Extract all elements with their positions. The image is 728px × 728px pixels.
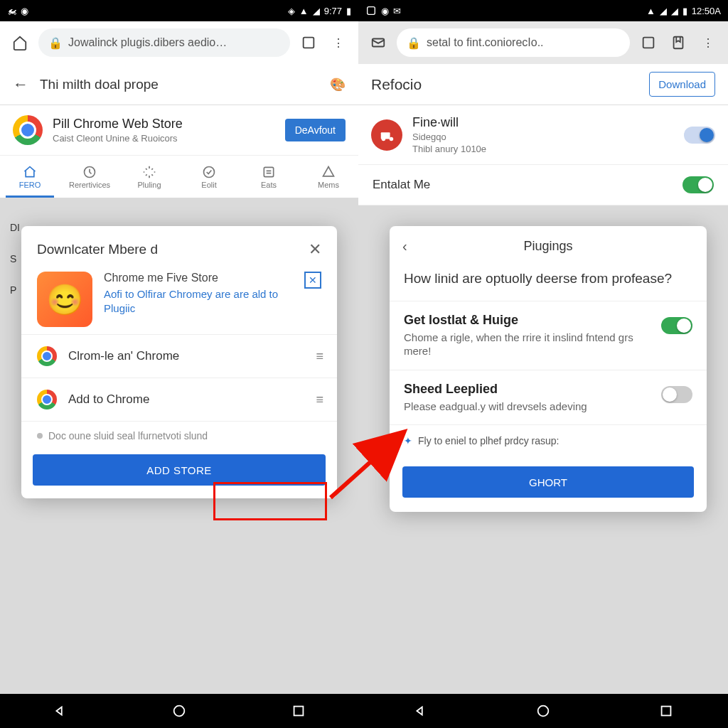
ghort-button[interactable]: GHORT: [402, 466, 694, 498]
system-nav-left: [0, 694, 358, 728]
info-icon: ✦: [404, 435, 412, 446]
menu-icon[interactable]: ⋮: [327, 31, 350, 54]
url-text: Jowalinck plugis.dibers aedio…: [68, 36, 227, 49]
sheet-line2[interactable]: Aofi to Olfirar Chromey are are ald to P…: [104, 287, 293, 315]
menu-icon[interactable]: ⋮: [697, 31, 719, 54]
svg-rect-5: [294, 707, 304, 716]
option-chrome-lean[interactable]: Clrom-le an' Chrome ≡: [21, 334, 337, 378]
page-header-right: Refocio Download: [358, 64, 728, 105]
page-header-left: ← Thi milth doal prope 🎨: [0, 64, 358, 105]
tab-fero[interactable]: FERO: [0, 156, 60, 198]
sheet-title: Piugings: [523, 239, 572, 254]
option-lostlat[interactable]: Get lostlat & Huige Chome a rigle, when …: [390, 301, 707, 370]
store-subtitle: Caist Cleont Unine & Ruoicors: [53, 133, 275, 144]
store-row: Pill Chrome Web Store Caist Cleont Unine…: [0, 105, 358, 156]
tabs-icon[interactable]: [297, 31, 320, 54]
nav-home-icon[interactable]: [535, 703, 551, 719]
mail-icon: ✉: [393, 6, 401, 16]
svg-rect-0: [304, 38, 314, 48]
nav-recents-icon[interactable]: [658, 703, 674, 719]
app-toggle[interactable]: [684, 127, 715, 144]
wifi-icon: ▲: [646, 6, 655, 16]
location-icon: ◈: [288, 6, 295, 16]
store-action-button[interactable]: DeAvfout: [285, 119, 346, 141]
address-bar-right[interactable]: 🔒 setal to fint.coniorecIo..: [397, 28, 630, 57]
app-icon: [371, 119, 402, 151]
bookmark-icon[interactable]: [667, 31, 690, 54]
browser-toolbar-right: 🔒 setal to fint.coniorecIo.. ⋮: [358, 21, 728, 64]
signal-icon: ◢: [660, 6, 667, 16]
nav-home-icon[interactable]: [171, 703, 187, 719]
svg-point-12: [382, 136, 386, 141]
signal-icon: ◢: [671, 6, 678, 16]
close-icon[interactable]: ✕: [309, 240, 321, 259]
address-bar-left[interactable]: 🔒 Jowalinck plugis.dibers aedio…: [38, 28, 290, 57]
store-title: Pill Chrome Web Store: [53, 117, 275, 132]
mail-outline-icon[interactable]: [367, 31, 390, 54]
svg-rect-8: [643, 38, 654, 48]
svg-rect-3: [264, 167, 273, 176]
category-tabs: FERO Rerertivices Pluling Eolit Eats Mem…: [0, 156, 358, 198]
back-arrow-icon[interactable]: ←: [13, 75, 28, 94]
wifi-icon: ▲: [299, 6, 309, 16]
signal-icon: ◢: [313, 6, 320, 16]
option2-toggle[interactable]: [661, 386, 692, 403]
tab-rerertivices[interactable]: Rerertivices: [60, 156, 119, 198]
nav-back-icon[interactable]: [412, 703, 428, 719]
app-sub2: Thibl anury 1010e: [412, 144, 674, 154]
section-letters: DISP: [10, 222, 20, 296]
colorful-icon[interactable]: 🎨: [330, 77, 346, 92]
svg-point-2: [204, 166, 215, 177]
svg-point-4: [174, 706, 185, 717]
status-bar-right: ◉ ✉ ▲ ◢ ◢ ▮ 12:50A: [358, 0, 728, 21]
drag-handle-icon[interactable]: ≡: [316, 349, 321, 364]
drag-handle-icon[interactable]: ≡: [316, 392, 321, 407]
entalat-row[interactable]: Entalat Me: [358, 165, 728, 205]
home-icon[interactable]: [9, 31, 31, 54]
square-icon: [365, 5, 377, 16]
chrome-logo-icon: [13, 115, 43, 145]
svg-rect-14: [662, 707, 671, 716]
motorbike-icon: 🏍: [7, 6, 16, 16]
nav-back-icon[interactable]: [52, 703, 68, 719]
url-text: setal to fint.coniorecIo..: [427, 36, 544, 49]
tab-pluling[interactable]: Pluling: [119, 156, 179, 198]
bullet-icon: [37, 433, 43, 439]
battery-icon: ▮: [346, 6, 351, 16]
option-add-chrome[interactable]: Add to Chrome ≡: [21, 378, 337, 421]
download-button[interactable]: Download: [649, 72, 715, 97]
circle-icon: ◉: [21, 6, 28, 16]
system-nav-right: [358, 694, 728, 728]
tab-mems[interactable]: Mems: [299, 156, 358, 198]
clock-text: 9:77: [324, 6, 342, 16]
battery-icon: ▮: [682, 6, 687, 16]
lock-icon: 🔒: [407, 36, 421, 50]
extension-icon: 😊: [37, 272, 92, 327]
sheet-note: Doc oune sluid seal lfurnetvoti slund: [21, 421, 337, 454]
sheet-question: How linid are optuolly deerse from profe…: [390, 267, 707, 301]
svg-rect-6: [368, 7, 375, 15]
nav-recents-icon[interactable]: [291, 703, 306, 719]
option-sheed[interactable]: Sheed Leeplied Please eadgual.y witl dre…: [390, 370, 707, 426]
add-store-button[interactable]: ADD STORE: [33, 454, 326, 486]
lock-icon: 🔒: [48, 36, 63, 50]
circle-icon: ◉: [381, 6, 389, 16]
option1-toggle[interactable]: [661, 317, 692, 334]
app-row: Fine·will Sidegqo Thibl anury 1010e: [358, 105, 728, 165]
tabs-icon[interactable]: [637, 31, 660, 54]
app-title: Fine·will: [412, 115, 674, 130]
sheet-back-icon[interactable]: ‹: [402, 238, 407, 255]
sheet-title: Downlcater Mbere d: [37, 242, 158, 257]
chrome-icon: [37, 346, 57, 366]
tab-eolit[interactable]: Eolit: [179, 156, 239, 198]
chrome-icon: [37, 390, 57, 410]
svg-rect-9: [674, 37, 683, 49]
sheet-line1: Chrome me Five Store: [104, 272, 293, 284]
dismiss-box-icon[interactable]: ✕: [304, 272, 321, 289]
plugins-sheet: ‹ Piugings How linid are optuolly deerse…: [390, 226, 707, 512]
tab-eats[interactable]: Eats: [239, 156, 299, 198]
app-sub1: Sidegqo: [412, 132, 674, 142]
browser-toolbar-left: 🔒 Jowalinck plugis.dibers aedio… ⋮: [0, 21, 358, 64]
entalat-toggle[interactable]: [682, 176, 714, 193]
download-sheet: Downlcater Mbere d ✕ 😊 Chrome me Five St…: [21, 226, 337, 498]
